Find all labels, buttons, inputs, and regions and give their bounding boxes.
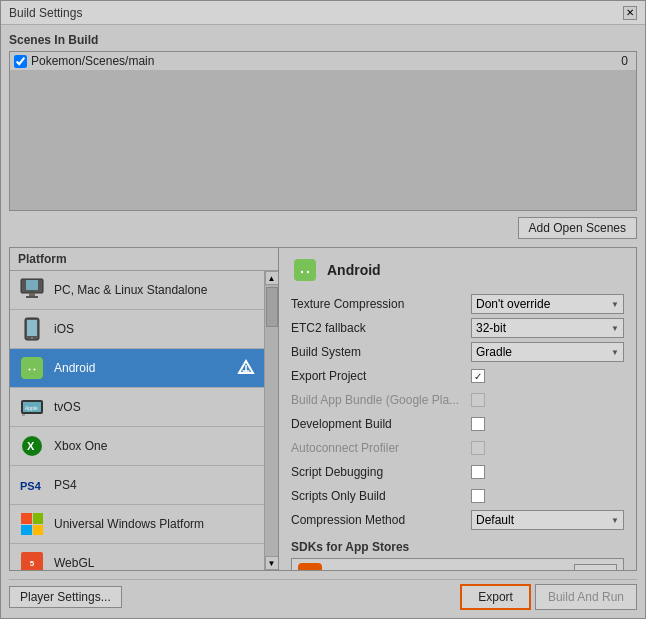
scene-checkbox[interactable]: [14, 55, 27, 68]
platform-item-webgl[interactable]: 5 WebGL: [10, 544, 264, 570]
script-debugging-checkbox[interactable]: [471, 465, 485, 479]
windows-logo-icon: [21, 513, 43, 535]
pc-icon: [18, 276, 46, 304]
svg-rect-33: [301, 566, 319, 571]
svg-line-29: [300, 263, 303, 267]
texture-compression-row: Texture Compression Don't override ▼: [291, 294, 624, 314]
svg-line-11: [27, 361, 29, 364]
script-debugging-label: Script Debugging: [291, 465, 471, 479]
html5-icon: 5: [21, 552, 43, 570]
development-build-label: Development Build: [291, 417, 471, 431]
sdk-section-label: SDKs for App Stores: [291, 540, 624, 554]
platform-item-tvos[interactable]: Apple tv tvOS: [10, 388, 264, 427]
etc2-fallback-label: ETC2 fallback: [291, 321, 471, 335]
scene-item[interactable]: Pokemon/Scenes/main 0: [10, 52, 636, 70]
platform-label-xbox: Xbox One: [54, 439, 107, 453]
development-build-row: Development Build: [291, 414, 624, 434]
build-and-run-button[interactable]: Build And Run: [535, 584, 637, 610]
close-button[interactable]: ✕: [623, 6, 637, 20]
sdk-add-button[interactable]: Add: [574, 564, 617, 571]
platform-label-uwp: Universal Windows Platform: [54, 517, 204, 531]
webgl-icon: 5: [18, 549, 46, 570]
svg-rect-32: [312, 270, 315, 275]
build-system-dropdown[interactable]: Gradle ▼: [471, 342, 624, 362]
etc2-fallback-dropdown[interactable]: 32-bit ▼: [471, 318, 624, 338]
platform-item-android[interactable]: Android: [10, 349, 264, 388]
scrollbar-thumb[interactable]: [266, 287, 278, 327]
bottom-bar: Player Settings... Export Build And Run: [9, 579, 637, 610]
svg-point-27: [301, 271, 303, 273]
build-app-bundle-label: Build App Bundle (Google Pla...: [291, 393, 471, 407]
autoconnect-profiler-row: Autoconnect Profiler: [291, 438, 624, 458]
svg-rect-1: [26, 280, 38, 290]
svg-text:X: X: [27, 440, 35, 452]
platform-scrollbar[interactable]: ▲ ▼: [264, 271, 278, 570]
platform-label-tvos: tvOS: [54, 400, 81, 414]
add-open-scenes-row: Add Open Scenes: [9, 217, 637, 239]
title-bar: Build Settings ✕: [1, 1, 645, 25]
compression-method-dropdown[interactable]: Default ▼: [471, 510, 624, 530]
platform-item-ios[interactable]: iOS: [10, 310, 264, 349]
svg-rect-26: [298, 271, 312, 276]
svg-rect-2: [29, 293, 35, 296]
build-app-bundle-checkbox[interactable]: [471, 393, 485, 407]
platform-label-webgl: WebGL: [54, 556, 94, 570]
build-settings-window: Build Settings ✕ Scenes In Build Pokemon…: [0, 0, 646, 619]
autoconnect-profiler-label: Autoconnect Profiler: [291, 441, 471, 455]
platform-list-items: PC, Mac & Linux Standalone: [10, 271, 278, 570]
platform-item-uwp[interactable]: Universal Windows Platform: [10, 505, 264, 544]
svg-rect-14: [38, 368, 40, 372]
svg-text:tv: tv: [22, 412, 25, 417]
export-button[interactable]: Export: [460, 584, 531, 610]
scrollbar-up-button[interactable]: ▲: [265, 271, 279, 285]
etc2-fallback-row: ETC2 fallback 32-bit ▼: [291, 318, 624, 338]
compression-method-label: Compression Method: [291, 513, 471, 527]
export-project-row: Export Project: [291, 366, 624, 386]
development-build-checkbox[interactable]: [471, 417, 485, 431]
svg-rect-5: [27, 320, 37, 336]
add-open-scenes-button[interactable]: Add Open Scenes: [518, 217, 637, 239]
android-robot-icon: [21, 357, 43, 379]
svg-rect-31: [296, 270, 299, 275]
android-settings-icon: [291, 256, 319, 284]
platform-label-pc: PC, Mac & Linux Standalone: [54, 283, 207, 297]
sdk-row: Xiaomi Mi Game Center Add: [291, 558, 624, 571]
svg-point-10: [34, 369, 36, 371]
dropdown-arrow: ▼: [611, 300, 619, 309]
bottom-bar-right: Export Build And Run: [460, 584, 637, 610]
script-debugging-row: Script Debugging: [291, 462, 624, 482]
scene-name: Pokemon/Scenes/main: [31, 54, 621, 68]
svg-point-6: [31, 337, 33, 339]
dropdown-arrow: ▼: [611, 324, 619, 333]
android-icon-header: [294, 259, 316, 281]
platform-list: PC, Mac & Linux Standalone: [10, 271, 278, 570]
texture-compression-dropdown[interactable]: Don't override ▼: [471, 294, 624, 314]
android-icon: [18, 354, 46, 382]
player-settings-button[interactable]: Player Settings...: [9, 586, 122, 608]
export-project-checkbox[interactable]: [471, 369, 485, 383]
scenes-section-label: Scenes In Build: [9, 33, 637, 47]
svg-point-9: [29, 369, 31, 371]
xiaomi-icon: [298, 563, 322, 571]
scripts-only-build-checkbox[interactable]: [471, 489, 485, 503]
svg-line-12: [35, 361, 37, 364]
window-body: Scenes In Build Pokemon/Scenes/main 0 Ad…: [1, 25, 645, 618]
platform-item-ps4[interactable]: PS4 PS4: [10, 466, 264, 505]
scripts-only-build-row: Scripts Only Build: [291, 486, 624, 506]
svg-point-28: [307, 271, 309, 273]
svg-text:Apple: Apple: [25, 405, 38, 411]
platform-item-xbox[interactable]: X Xbox One: [10, 427, 264, 466]
settings-platform-title: Android: [327, 262, 381, 278]
scrollbar-down-button[interactable]: ▼: [265, 556, 279, 570]
uwp-icon: [18, 510, 46, 538]
texture-compression-label: Texture Compression: [291, 297, 471, 311]
ps4-icon: PS4: [18, 471, 46, 499]
build-system-row: Build System Gradle ▼: [291, 342, 624, 362]
etc2-fallback-value: 32-bit: [476, 321, 506, 335]
svg-text:PS4: PS4: [20, 480, 42, 492]
platform-item-pc[interactable]: PC, Mac & Linux Standalone: [10, 271, 264, 310]
sdk-name: Xiaomi Mi Game Center: [330, 568, 574, 571]
svg-rect-13: [24, 368, 26, 372]
main-area: Platform: [9, 247, 637, 571]
autoconnect-profiler-checkbox[interactable]: [471, 441, 485, 455]
